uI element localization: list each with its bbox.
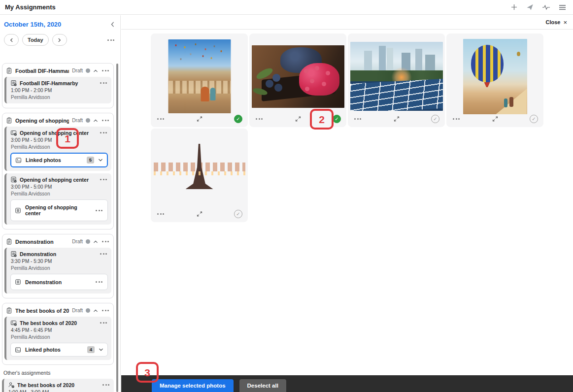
photo-thumbnail[interactable]: [252, 45, 344, 108]
assignment-card[interactable]: The best books of 2020 4:45 PM - 6:45 PM…: [4, 317, 111, 360]
photo-thumbnail[interactable]: [350, 42, 443, 111]
expand-icon[interactable]: [295, 116, 301, 122]
card-title: Demonstration: [20, 251, 96, 257]
expand-icon[interactable]: [492, 116, 498, 122]
send-icon[interactable]: [526, 3, 534, 11]
close-button[interactable]: Close: [545, 19, 560, 25]
select-checkbox[interactable]: ✓: [333, 115, 341, 123]
photo-thumbnail[interactable]: [463, 39, 527, 114]
linked-photos-panel: Close × ✓: [121, 15, 573, 392]
card-menu-icon[interactable]: [99, 178, 108, 181]
chevron-up-icon[interactable]: [93, 68, 98, 73]
card-menu-icon[interactable]: [99, 321, 108, 325]
status-dot: [86, 118, 90, 123]
time-range: 4:45 PM - 6:45 PM: [11, 327, 108, 333]
chevron-down-icon[interactable]: [98, 158, 103, 163]
assignment-group: Demonstration Draft Demonstration: [2, 234, 114, 298]
text-item-label: Demonstration: [25, 279, 91, 285]
next-day-button[interactable]: [52, 34, 67, 46]
card-menu-icon[interactable]: [99, 252, 108, 256]
expand-icon[interactable]: [196, 116, 202, 122]
group-menu-icon[interactable]: [101, 119, 110, 122]
chevron-up-icon[interactable]: [93, 239, 98, 244]
photo-card: ✓: [348, 33, 445, 127]
photo-thumbnail[interactable]: [154, 139, 245, 200]
sidebar-header: October 15th, 2020 Today: [0, 15, 120, 46]
top-app-bar: My Assignments: [0, 0, 573, 15]
task-check-icon: [10, 251, 17, 257]
expand-icon[interactable]: [196, 211, 202, 217]
page-title: My Assignments: [5, 3, 56, 11]
assignment-card[interactable]: Opening of shopping center 3:00 PM - 5:0…: [4, 173, 111, 225]
photo-thumbnail[interactable]: [168, 39, 231, 113]
group-title: Demonstration: [15, 239, 69, 245]
task-check-icon: [10, 176, 17, 183]
image-check-icon: [10, 320, 17, 326]
assignment-card[interactable]: Demonstration 3:30 PM - 5:30 PM Pernilla…: [4, 248, 111, 294]
photo-menu-icon[interactable]: [452, 117, 461, 121]
select-checkbox[interactable]: ✓: [431, 115, 439, 123]
card-menu-icon[interactable]: [95, 209, 103, 212]
manage-selected-photos-button[interactable]: Manage selected photos: [152, 379, 234, 392]
photo-menu-icon[interactable]: [255, 117, 264, 121]
photo-menu-icon[interactable]: [156, 117, 165, 121]
panel-header: Close ×: [121, 15, 573, 30]
group-menu-icon[interactable]: [101, 240, 110, 243]
group-title: The best books of 2020: [15, 308, 69, 314]
linked-photos-row[interactable]: Linked photos 5: [10, 153, 108, 167]
photo-menu-icon[interactable]: [156, 212, 165, 216]
card-title: The best books of 2020: [17, 382, 99, 388]
image-check-icon: [10, 130, 17, 136]
task-check-icon: [10, 80, 17, 86]
select-checkbox[interactable]: ✓: [234, 115, 242, 123]
deselect-all-button[interactable]: Deselect all: [239, 379, 286, 392]
close-icon[interactable]: ×: [563, 19, 567, 26]
text-item[interactable]: Opening of shopping center: [10, 199, 108, 221]
card-title: Football DIF-Hammarby: [20, 80, 96, 86]
chevron-up-icon[interactable]: [93, 118, 98, 123]
sidebar-scrollbar[interactable]: [116, 64, 118, 392]
photo-card: ✓: [446, 33, 543, 127]
collapse-sidebar-icon[interactable]: [110, 22, 115, 27]
photo-menu-icon[interactable]: [353, 117, 362, 121]
card-menu-icon[interactable]: [101, 383, 110, 387]
card-menu-icon[interactable]: [95, 280, 103, 284]
assignee-name: Pernilla Arvidsson: [11, 95, 108, 100]
clipboard-icon: [6, 117, 12, 124]
photo-card: ✓: [151, 129, 248, 222]
text-item[interactable]: Demonstration: [10, 274, 108, 290]
chevron-up-icon[interactable]: [93, 308, 98, 313]
group-menu-icon[interactable]: [101, 69, 110, 72]
image-icon: [15, 157, 22, 163]
select-checkbox[interactable]: ✓: [530, 115, 538, 123]
menu-icon[interactable]: [559, 4, 566, 10]
assignee-name: Pernilla Arvidsson: [11, 334, 108, 340]
card-menu-icon[interactable]: [99, 131, 108, 134]
user-check-icon: [8, 382, 14, 388]
sidebar-menu-icon[interactable]: [106, 38, 115, 42]
time-range: 3:00 PM - 5:00 PM: [11, 184, 108, 190]
assignment-card[interactable]: The best books of 2020 1:00 AM - 3:00 AM…: [2, 379, 114, 392]
assignments-sidebar: October 15th, 2020 Today: [0, 15, 121, 392]
annotation-step-3: 3: [136, 362, 159, 383]
assignment-card[interactable]: Football DIF-Hammarby 1:00 PM - 2:00 PM …: [4, 77, 111, 103]
status-label: Draft: [72, 308, 83, 313]
group-menu-icon[interactable]: [101, 309, 110, 312]
card-menu-icon[interactable]: [99, 81, 108, 85]
time-range: 1:00 AM - 3:00 AM: [8, 390, 110, 392]
time-range: 3:30 PM - 5:30 PM: [11, 259, 108, 264]
text-file-icon: [15, 207, 21, 214]
assignee-name: Pernilla Arvidsson: [11, 191, 108, 196]
activity-icon[interactable]: [542, 4, 550, 11]
select-checkbox[interactable]: ✓: [234, 210, 242, 218]
assignment-group: The best books of 2020 Draft The best bo…: [2, 303, 114, 365]
assignment-list: Football DIF-Hammarby Draft Football DIF…: [2, 63, 114, 392]
today-button[interactable]: Today: [22, 34, 49, 46]
plus-icon[interactable]: [510, 3, 518, 11]
prev-day-button[interactable]: [4, 34, 19, 46]
chevron-down-icon[interactable]: [99, 347, 103, 352]
status-dot: [86, 68, 90, 73]
card-title: The best books of 2020: [20, 320, 96, 326]
expand-icon[interactable]: [393, 116, 400, 122]
linked-photos-row[interactable]: Linked photos 4: [10, 343, 108, 357]
